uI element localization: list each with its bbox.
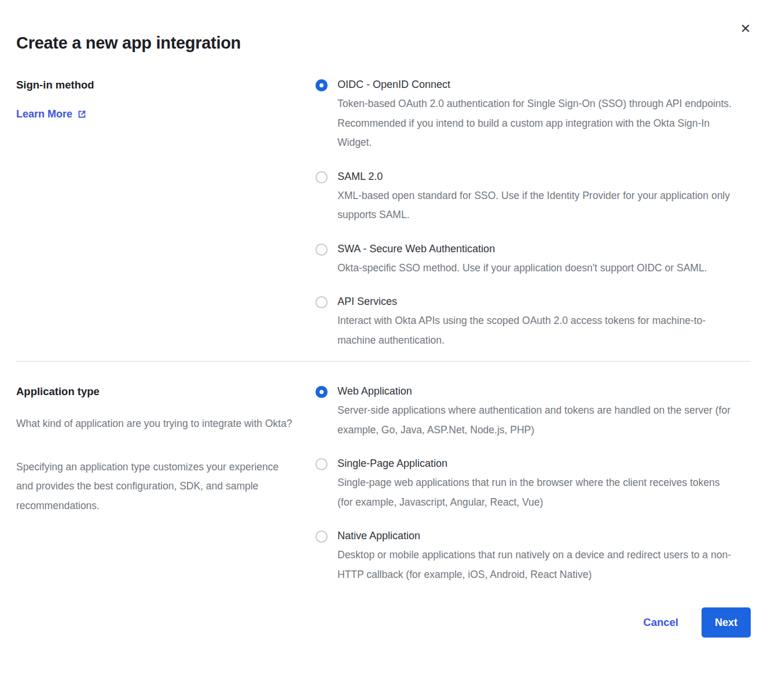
external-link-icon xyxy=(77,109,87,119)
radio-button-icon[interactable] xyxy=(315,530,328,543)
radio-option-label: SAML 2.0 xyxy=(337,170,732,183)
next-button[interactable]: Next xyxy=(702,607,751,638)
section-divider xyxy=(16,361,751,362)
radio-option-label: Single-Page Application xyxy=(337,457,732,470)
radio-button-icon[interactable] xyxy=(315,171,328,183)
sign-in-method-radio-option[interactable]: SAML 2.0 XML-based open standard for SSO… xyxy=(315,170,732,225)
dialog-title: Create a new app integration xyxy=(16,34,751,53)
sign-in-method-options: OIDC - OpenID Connect Token-based OAuth … xyxy=(315,78,732,350)
sign-in-method-radio-option[interactable]: SWA - Secure Web Authentication Okta-spe… xyxy=(315,242,732,278)
sign-in-method-section: Sign-in method Learn More OIDC - OpenID … xyxy=(16,78,751,350)
learn-more-label: Learn More xyxy=(16,108,72,120)
sign-in-method-label: Sign-in method xyxy=(16,78,304,91)
application-type-question: What kind of application are you trying … xyxy=(16,414,295,434)
radio-option-text: SAML 2.0 XML-based open standard for SSO… xyxy=(337,170,732,225)
radio-option-text: OIDC - OpenID Connect Token-based OAuth … xyxy=(337,78,732,153)
sign-in-method-left-column: Sign-in method Learn More xyxy=(16,78,315,350)
radio-button-icon[interactable] xyxy=(315,244,328,256)
application-type-radio-option[interactable]: Web Application Server-side applications… xyxy=(315,385,732,440)
radio-option-description: Interact with Okta APIs using the scoped… xyxy=(337,311,732,350)
radio-option-text: SWA - Secure Web Authentication Okta-spe… xyxy=(337,242,707,278)
cancel-button[interactable]: Cancel xyxy=(643,616,678,629)
radio-option-description: Desktop or mobile applications that run … xyxy=(337,546,732,584)
radio-button-icon[interactable] xyxy=(315,386,328,398)
radio-option-label: API Services xyxy=(337,295,732,308)
create-app-integration-modal: ✕ Create a new app integration Sign-in m… xyxy=(0,0,771,700)
learn-more-link[interactable]: Learn More xyxy=(16,108,87,120)
close-button[interactable]: ✕ xyxy=(737,21,754,37)
radio-option-description: Single-page web applications that run in… xyxy=(337,473,732,512)
radio-option-text: Web Application Server-side applications… xyxy=(337,385,732,440)
radio-option-label: Web Application xyxy=(337,385,732,398)
application-type-left-column: Application type What kind of applicatio… xyxy=(16,385,315,584)
sign-in-method-radio-option[interactable]: API Services Interact with Okta APIs usi… xyxy=(315,295,732,350)
radio-option-description: Okta-specific SSO method. Use if your ap… xyxy=(337,259,707,278)
application-type-radio-option[interactable]: Native Application Desktop or mobile app… xyxy=(315,529,732,584)
radio-button-icon[interactable] xyxy=(315,296,328,308)
radio-option-label: Native Application xyxy=(337,529,732,543)
application-type-options: Web Application Server-side applications… xyxy=(315,385,732,584)
application-type-label: Application type xyxy=(16,385,304,398)
application-type-radio-option[interactable]: Single-Page Application Single-page web … xyxy=(315,457,732,512)
radio-option-text: Native Application Desktop or mobile app… xyxy=(337,529,732,584)
radio-option-text: Single-Page Application Single-page web … xyxy=(337,457,732,512)
radio-option-label: OIDC - OpenID Connect xyxy=(337,78,732,91)
close-icon: ✕ xyxy=(740,21,751,36)
radio-option-description: XML-based open standard for SSO. Use if … xyxy=(337,186,732,225)
sign-in-method-radio-option[interactable]: OIDC - OpenID Connect Token-based OAuth … xyxy=(315,78,732,153)
application-type-note: Specifying an application type customize… xyxy=(16,458,295,516)
radio-option-text: API Services Interact with Okta APIs usi… xyxy=(337,295,732,350)
radio-button-icon[interactable] xyxy=(315,79,328,91)
application-type-section: Application type What kind of applicatio… xyxy=(16,385,751,584)
dialog-footer: Cancel Next xyxy=(16,607,751,638)
radio-button-icon[interactable] xyxy=(315,458,328,470)
radio-option-description: Server-side applications where authentic… xyxy=(337,401,732,440)
radio-option-label: SWA - Secure Web Authentication xyxy=(337,242,707,256)
radio-option-description: Token-based OAuth 2.0 authentication for… xyxy=(337,94,732,153)
